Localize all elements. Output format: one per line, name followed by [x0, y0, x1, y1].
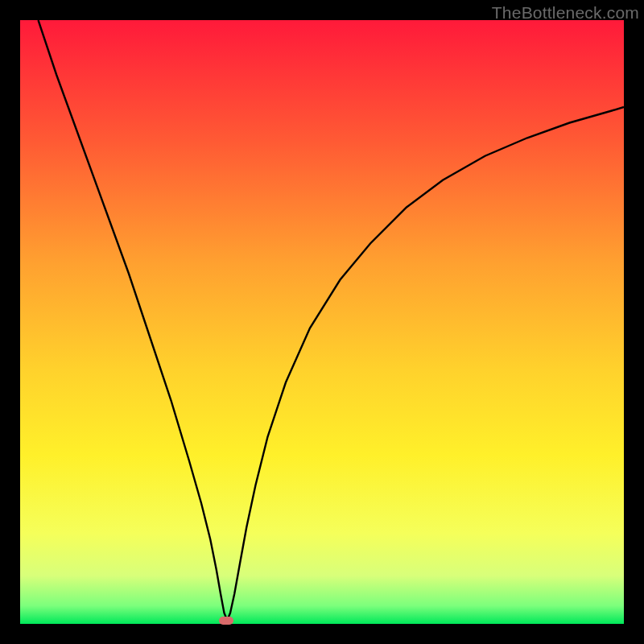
gradient-background — [20, 20, 624, 624]
bottleneck-chart — [20, 20, 624, 624]
minimum-marker — [219, 617, 233, 625]
attribution-label: TheBottleneck.com — [492, 3, 639, 23]
chart-frame — [20, 20, 624, 624]
